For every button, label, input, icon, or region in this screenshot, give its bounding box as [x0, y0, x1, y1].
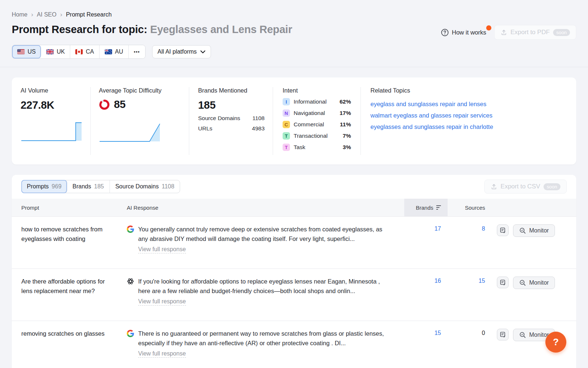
ai-platform-dropdown-value: All AI platforms — [158, 48, 197, 55]
country-tab-ca[interactable]: CA — [70, 45, 99, 58]
source-domains-row: Source Domains 1108 — [198, 115, 265, 122]
monitor-button[interactable]: Monitor — [513, 277, 555, 289]
how-it-works-link[interactable]: How it works — [441, 29, 487, 36]
sort-descending-icon — [436, 205, 441, 210]
breadcrumb-separator: › — [31, 11, 33, 18]
related-topic-link[interactable]: eyeglasses and sunglasses repair in char… — [370, 123, 576, 130]
brands-mentioned-value: 185 — [198, 99, 265, 111]
prompt-text: removing scratches on glasses — [21, 329, 127, 365]
tab-prompts-label: Prompts — [27, 183, 49, 190]
ai-volume-sparkline — [21, 119, 83, 141]
monitor-magnifier-icon — [519, 227, 526, 234]
view-full-response-link[interactable]: View full response — [138, 350, 186, 358]
page-title-topic: Eyeglasses and Lens Repair — [150, 24, 292, 35]
urls-value: 4983 — [252, 125, 265, 132]
intent-name: Informational — [294, 98, 327, 105]
country-tab-uk-label: UK — [57, 48, 65, 55]
column-header-brands[interactable]: Brands — [404, 199, 448, 216]
intent-pct: 17% — [340, 110, 351, 116]
topic-difficulty-value: 85 — [114, 98, 126, 111]
monitor-magnifier-icon — [519, 332, 526, 338]
intent-name: Task — [294, 144, 305, 151]
country-tab-uk[interactable]: UK — [41, 45, 70, 58]
related-topic-link[interactable]: walmart eyeglass and glasses repair serv… — [370, 112, 576, 119]
intent-section: Intent I Informational 62% N Navigationa… — [273, 87, 361, 155]
tab-source-domains-label: Source Domains — [115, 183, 159, 190]
ai-platform-dropdown[interactable]: All AI platforms — [152, 45, 211, 58]
brands-count-link[interactable]: 17 — [434, 226, 441, 232]
copy-response-button[interactable] — [497, 329, 509, 340]
page-title-prefix: Prompt Research for topic: — [12, 24, 147, 35]
monitor-label: Monitor — [529, 279, 549, 286]
tab-brands[interactable]: Brands 185 — [67, 180, 110, 193]
tab-prompts[interactable]: Prompts 969 — [21, 180, 67, 193]
intent-row-task: T Task 3% — [283, 144, 351, 151]
sources-count-link[interactable]: 15 — [478, 278, 485, 284]
country-tab-au-label: AU — [115, 48, 123, 55]
copy-response-button[interactable] — [497, 224, 509, 236]
column-header-prompt: Prompt — [21, 199, 127, 216]
related-topic-link[interactable]: eyeglass and sunglasses repair and lense… — [370, 101, 576, 108]
intent-pct: 62% — [340, 98, 351, 105]
openai-icon — [127, 278, 134, 285]
country-tab-au[interactable]: AU — [100, 45, 129, 58]
header-divider — [0, 67, 588, 67]
export-csv-button[interactable]: Export to CSV soon — [484, 180, 567, 194]
tab-source-domains-count: 1108 — [162, 183, 174, 190]
related-topics-label: Related Topics — [370, 87, 576, 94]
stats-card: AI Volume 227.8K Average Topic Difficult… — [12, 77, 576, 165]
topic-difficulty-sparkline — [99, 120, 161, 142]
table-header-row: Prompt AI Response Brands Sources — [12, 199, 576, 216]
sources-count-link[interactable]: 8 — [482, 226, 485, 232]
column-header-ai-response: AI Response — [127, 199, 404, 216]
more-countries-button[interactable]: ••• — [129, 45, 145, 58]
chevron-down-icon — [200, 50, 205, 54]
intent-row-commercial: C Commercial 11% — [283, 121, 351, 128]
intent-pct: 3% — [343, 144, 351, 151]
help-fab-button[interactable]: ? — [545, 332, 566, 353]
breadcrumb-home[interactable]: Home — [12, 11, 28, 18]
ai-response-text: There is no guaranteed or permanent way … — [138, 329, 391, 348]
breadcrumb-current: Prompt Research — [66, 11, 112, 18]
response-note-icon — [499, 279, 506, 286]
country-tab-us[interactable]: US — [12, 45, 41, 58]
page-title: Prompt Research for topic: Eyeglasses an… — [12, 24, 292, 36]
prompt-text: how to remove scratches from eyeglasses … — [21, 224, 127, 261]
intent-row-informational: I Informational 62% — [283, 98, 351, 105]
prompt-text: Are there affordable options for lens re… — [21, 277, 127, 313]
topic-difficulty-section: Average Topic Difficulty 85 — [91, 87, 189, 155]
export-pdf-button[interactable]: Export to PDF soon — [494, 25, 576, 40]
ai-response-text: You generally cannot truly remove deep o… — [138, 224, 391, 243]
tab-prompts-count: 969 — [52, 183, 62, 190]
country-tab-us-label: US — [28, 48, 36, 55]
view-full-response-link[interactable]: View full response — [138, 298, 186, 306]
brands-count-link[interactable]: 15 — [434, 330, 441, 336]
view-full-response-link[interactable]: View full response — [138, 246, 186, 253]
intent-commercial-icon: C — [283, 121, 290, 128]
intent-navigational-icon: N — [283, 109, 290, 117]
response-note-icon — [499, 331, 506, 338]
breadcrumb-separator: › — [60, 11, 62, 18]
intent-row-transactional: T Transactional 7% — [283, 132, 351, 140]
upload-icon — [491, 183, 497, 190]
soon-badge: soon — [544, 183, 560, 190]
us-flag-icon — [17, 49, 25, 54]
copy-response-button[interactable] — [497, 277, 509, 288]
related-topics-section: Related Topics eyeglass and sunglasses r… — [361, 87, 576, 155]
topic-difficulty-label: Average Topic Difficulty — [99, 87, 184, 94]
brands-count-link[interactable]: 16 — [434, 278, 441, 284]
sources-count-value: 0 — [482, 330, 485, 336]
difficulty-gauge-icon — [99, 99, 110, 110]
monitor-button[interactable]: Monitor — [513, 224, 555, 237]
monitor-label: Monitor — [529, 227, 549, 234]
source-domains-label: Source Domains — [198, 115, 240, 122]
breadcrumb-ai-seo[interactable]: AI SEO — [37, 11, 56, 18]
intent-name: Transactional — [294, 133, 327, 139]
source-domains-value: 1108 — [252, 115, 265, 122]
tab-source-domains[interactable]: Source Domains 1108 — [110, 180, 180, 193]
ca-flag-icon — [75, 49, 83, 54]
country-tab-ca-label: CA — [86, 48, 94, 55]
column-header-sources[interactable]: Sources — [448, 199, 485, 216]
tab-brands-label: Brands — [72, 183, 91, 190]
breadcrumb: Home › AI SEO › Prompt Research — [12, 11, 576, 18]
